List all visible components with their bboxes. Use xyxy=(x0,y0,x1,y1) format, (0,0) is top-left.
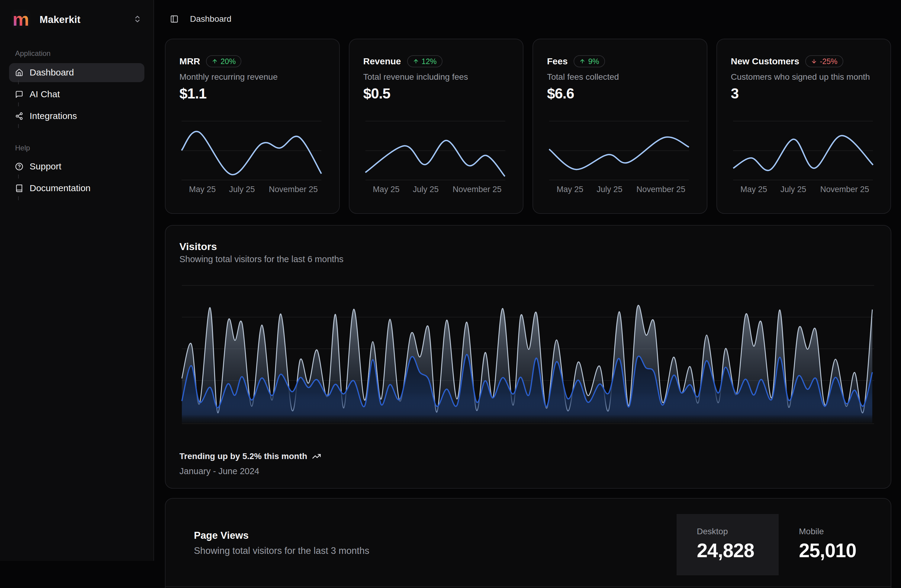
svg-text:m: m xyxy=(12,10,29,28)
